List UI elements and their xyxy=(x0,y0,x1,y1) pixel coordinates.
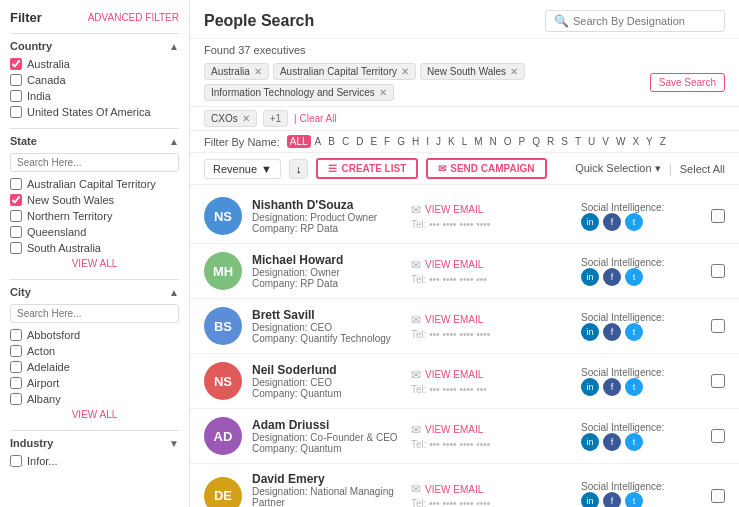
alpha-filter-button[interactable]: ALL xyxy=(287,135,311,148)
alpha-filter-button[interactable]: G xyxy=(394,135,408,148)
alpha-filter-button[interactable]: D xyxy=(353,135,366,148)
view-email-button[interactable]: VIEW EMAIL xyxy=(425,369,483,380)
person-select-checkbox[interactable] xyxy=(711,429,725,443)
revenue-select[interactable]: Revenue ▼ xyxy=(204,159,281,179)
facebook-icon[interactable]: f xyxy=(603,433,621,451)
linkedin-icon[interactable]: in xyxy=(581,378,599,396)
state-item[interactable]: Australian Capital Territory xyxy=(10,178,179,190)
state-checkbox[interactable] xyxy=(10,226,22,238)
city-item[interactable]: Albany xyxy=(10,393,179,405)
filter-tag-close-icon[interactable]: ✕ xyxy=(510,66,518,77)
facebook-icon[interactable]: f xyxy=(603,213,621,231)
advanced-filter-link[interactable]: ADVANCED FILTER xyxy=(88,12,179,23)
city-search-input[interactable] xyxy=(10,304,179,323)
city-section-header[interactable]: City ▲ xyxy=(10,279,179,298)
filter-tag[interactable]: Australian Capital Territory✕ xyxy=(273,63,416,80)
city-view-all[interactable]: VIEW ALL xyxy=(10,409,179,420)
alpha-filter-button[interactable]: Y xyxy=(643,135,656,148)
view-email-button[interactable]: VIEW EMAIL xyxy=(425,484,483,495)
country-item[interactable]: United States Of America xyxy=(10,106,179,118)
state-search-input[interactable] xyxy=(10,153,179,172)
alpha-filter-button[interactable]: O xyxy=(501,135,515,148)
twitter-icon[interactable]: t xyxy=(625,268,643,286)
city-checkbox[interactable] xyxy=(10,361,22,373)
clear-all-link[interactable]: | Clear All xyxy=(294,113,337,124)
state-item[interactable]: Queensland xyxy=(10,226,179,238)
city-checkbox[interactable] xyxy=(10,377,22,389)
city-item[interactable]: Abbotsford xyxy=(10,329,179,341)
search-box[interactable]: 🔍 xyxy=(545,10,725,32)
send-campaign-button[interactable]: ✉ SEND CAMPAIGN xyxy=(426,158,546,179)
alpha-filter-button[interactable]: A xyxy=(312,135,325,148)
person-select-checkbox[interactable] xyxy=(711,264,725,278)
alpha-filter-button[interactable]: L xyxy=(459,135,471,148)
state-checkbox[interactable] xyxy=(10,210,22,222)
alpha-filter-button[interactable]: U xyxy=(585,135,598,148)
more-filters-button[interactable]: +1 xyxy=(263,110,288,127)
person-select-checkbox[interactable] xyxy=(711,209,725,223)
city-item[interactable]: Adelaide xyxy=(10,361,179,373)
filter-tag[interactable]: New South Wales✕ xyxy=(420,63,525,80)
alpha-filter-button[interactable]: W xyxy=(613,135,628,148)
linkedin-icon[interactable]: in xyxy=(581,268,599,286)
city-checkbox[interactable] xyxy=(10,329,22,341)
alpha-filter-button[interactable]: M xyxy=(471,135,485,148)
twitter-icon[interactable]: t xyxy=(625,213,643,231)
facebook-icon[interactable]: f xyxy=(603,492,621,507)
alpha-filter-button[interactable]: F xyxy=(381,135,393,148)
state-item[interactable]: Northern Territory xyxy=(10,210,179,222)
search-input[interactable] xyxy=(573,15,716,27)
alpha-filter-button[interactable]: H xyxy=(409,135,422,148)
industry-checkbox[interactable] xyxy=(10,455,22,467)
country-item[interactable]: Australia xyxy=(10,58,179,70)
country-item[interactable]: India xyxy=(10,90,179,102)
country-checkbox[interactable] xyxy=(10,90,22,102)
country-section-header[interactable]: Country ▲ xyxy=(10,33,179,52)
facebook-icon[interactable]: f xyxy=(603,323,621,341)
view-email-button[interactable]: VIEW EMAIL xyxy=(425,424,483,435)
alpha-filter-button[interactable]: E xyxy=(367,135,380,148)
alpha-filter-button[interactable]: P xyxy=(516,135,529,148)
filter-tag-close-icon[interactable]: ✕ xyxy=(401,66,409,77)
view-email-button[interactable]: VIEW EMAIL xyxy=(425,204,483,215)
alpha-filter-button[interactable]: V xyxy=(599,135,612,148)
person-select-checkbox[interactable] xyxy=(711,489,725,503)
country-checkbox[interactable] xyxy=(10,58,22,70)
twitter-icon[interactable]: t xyxy=(625,492,643,507)
alpha-filter-button[interactable]: C xyxy=(339,135,352,148)
state-item[interactable]: New South Wales xyxy=(10,194,179,206)
person-select-checkbox[interactable] xyxy=(711,319,725,333)
linkedin-icon[interactable]: in xyxy=(581,433,599,451)
alpha-filter-button[interactable]: Z xyxy=(657,135,669,148)
twitter-icon[interactable]: t xyxy=(625,433,643,451)
state-view-all[interactable]: VIEW ALL xyxy=(10,258,179,269)
linkedin-icon[interactable]: in xyxy=(581,492,599,507)
filter-tag-close-icon[interactable]: ✕ xyxy=(254,66,262,77)
alpha-filter-button[interactable]: T xyxy=(572,135,584,148)
country-checkbox[interactable] xyxy=(10,74,22,86)
cxos-tag[interactable]: CXOs ✕ xyxy=(204,110,257,127)
alpha-filter-button[interactable]: X xyxy=(629,135,642,148)
city-item[interactable]: Acton xyxy=(10,345,179,357)
alpha-filter-button[interactable]: R xyxy=(544,135,557,148)
country-checkbox[interactable] xyxy=(10,106,22,118)
select-all-link[interactable]: Select All xyxy=(680,163,725,175)
alpha-filter-button[interactable]: K xyxy=(445,135,458,148)
state-checkbox[interactable] xyxy=(10,194,22,206)
alpha-filter-button[interactable]: B xyxy=(325,135,338,148)
alpha-filter-button[interactable]: S xyxy=(558,135,571,148)
quick-selection-dropdown[interactable]: Quick Selection ▾ xyxy=(575,162,660,175)
country-item[interactable]: Canada xyxy=(10,74,179,86)
cxos-close-icon[interactable]: ✕ xyxy=(242,113,250,124)
twitter-icon[interactable]: t xyxy=(625,323,643,341)
state-item[interactable]: South Australia xyxy=(10,242,179,254)
industry-item[interactable]: Infor... xyxy=(10,455,179,467)
industry-section-header[interactable]: Industry ▼ xyxy=(10,430,179,449)
alpha-filter-button[interactable]: Q xyxy=(529,135,543,148)
alpha-filter-button[interactable]: N xyxy=(487,135,500,148)
person-select-checkbox[interactable] xyxy=(711,374,725,388)
filter-tag[interactable]: Information Technology and Services✕ xyxy=(204,84,394,101)
linkedin-icon[interactable]: in xyxy=(581,213,599,231)
alpha-filter-button[interactable]: J xyxy=(433,135,444,148)
state-checkbox[interactable] xyxy=(10,178,22,190)
